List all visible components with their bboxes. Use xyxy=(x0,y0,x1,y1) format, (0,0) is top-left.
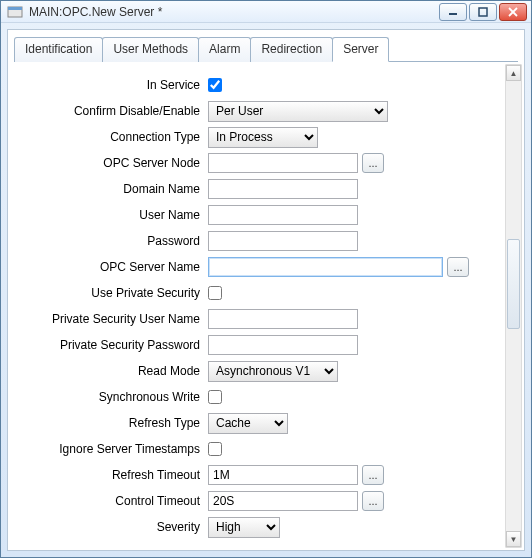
connection-type-select[interactable]: In Process xyxy=(208,127,318,148)
password-input[interactable] xyxy=(208,231,358,251)
tab-alarm[interactable]: Alarm xyxy=(198,37,251,62)
scroll-track[interactable] xyxy=(506,81,521,531)
private-security-checkbox[interactable] xyxy=(208,286,222,300)
label-priv-user: Private Security User Name xyxy=(18,312,208,326)
refresh-timeout-input[interactable] xyxy=(208,465,358,485)
close-button[interactable] xyxy=(499,3,527,21)
scroll-thumb[interactable] xyxy=(507,239,520,329)
opc-name-browse-button[interactable]: ... xyxy=(447,257,469,277)
label-user: User Name xyxy=(18,208,208,222)
severity-select[interactable]: High xyxy=(208,517,280,538)
label-severity: Severity xyxy=(18,520,208,534)
vertical-scrollbar[interactable]: ▲ ▼ xyxy=(505,64,522,548)
window-title: MAIN:OPC.New Server * xyxy=(29,5,439,19)
ignore-timestamps-checkbox[interactable] xyxy=(208,442,222,456)
refresh-type-select[interactable]: Cache xyxy=(208,413,288,434)
label-opc-node: OPC Server Node xyxy=(18,156,208,170)
opc-node-input[interactable] xyxy=(208,153,358,173)
label-refresh-type: Refresh Type xyxy=(18,416,208,430)
tab-bar: Identification User Methods Alarm Redire… xyxy=(8,30,524,61)
label-control-timeout: Control Timeout xyxy=(18,494,208,508)
tab-user-methods[interactable]: User Methods xyxy=(102,37,199,62)
private-user-input[interactable] xyxy=(208,309,358,329)
user-input[interactable] xyxy=(208,205,358,225)
app-icon xyxy=(7,4,23,20)
private-password-input[interactable] xyxy=(208,335,358,355)
window: MAIN:OPC.New Server * Identification Use… xyxy=(0,0,532,558)
label-conn-type: Connection Type xyxy=(18,130,208,144)
opc-node-browse-button[interactable]: ... xyxy=(362,153,384,173)
tab-identification[interactable]: Identification xyxy=(14,37,103,62)
read-mode-select[interactable]: Asynchronous V1 xyxy=(208,361,338,382)
opc-name-input[interactable] xyxy=(208,257,443,277)
minimize-button[interactable] xyxy=(439,3,467,21)
label-password: Password xyxy=(18,234,208,248)
maximize-button[interactable] xyxy=(469,3,497,21)
label-sync-write: Synchronous Write xyxy=(18,390,208,404)
tab-redirection[interactable]: Redirection xyxy=(250,37,333,62)
titlebar: MAIN:OPC.New Server * xyxy=(1,1,531,23)
label-opc-name: OPC Server Name xyxy=(18,260,208,274)
control-timeout-browse-button[interactable]: ... xyxy=(362,491,384,511)
refresh-timeout-browse-button[interactable]: ... xyxy=(362,465,384,485)
svg-rect-1 xyxy=(8,7,22,10)
window-controls xyxy=(439,3,527,21)
form-scroll-area: In Service Confirm Disable/Enable Per Us… xyxy=(8,62,524,550)
confirm-select[interactable]: Per User xyxy=(208,101,388,122)
scroll-down-button[interactable]: ▼ xyxy=(506,531,521,547)
label-priv-pass: Private Security Password xyxy=(18,338,208,352)
label-confirm: Confirm Disable/Enable xyxy=(18,104,208,118)
label-ignore-ts: Ignore Server Timestamps xyxy=(18,442,208,456)
control-timeout-input[interactable] xyxy=(208,491,358,511)
svg-rect-3 xyxy=(479,8,487,16)
domain-input[interactable] xyxy=(208,179,358,199)
label-in-service: In Service xyxy=(18,78,208,92)
label-refresh-timeout: Refresh Timeout xyxy=(18,468,208,482)
label-domain: Domain Name xyxy=(18,182,208,196)
sync-write-checkbox[interactable] xyxy=(208,390,222,404)
tab-server[interactable]: Server xyxy=(332,37,389,62)
label-priv-sec: Use Private Security xyxy=(18,286,208,300)
client-area: Identification User Methods Alarm Redire… xyxy=(7,29,525,551)
scroll-up-button[interactable]: ▲ xyxy=(506,65,521,81)
label-read-mode: Read Mode xyxy=(18,364,208,378)
in-service-checkbox[interactable] xyxy=(208,78,222,92)
